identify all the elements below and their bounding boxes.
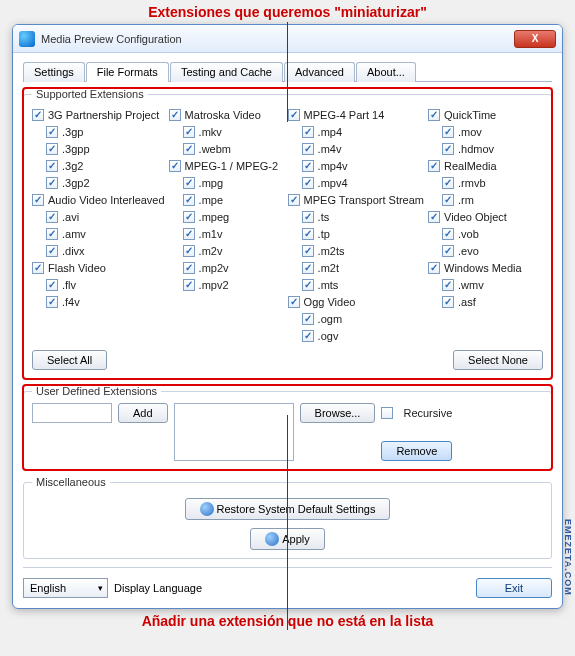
- ext-checkbox[interactable]: [288, 109, 300, 121]
- ext-checkbox[interactable]: [302, 330, 314, 342]
- ext-checkbox[interactable]: [169, 109, 181, 121]
- ext-checkbox[interactable]: [442, 245, 454, 257]
- ext-label: .m1v: [199, 228, 223, 240]
- ext-checkbox[interactable]: [183, 279, 195, 291]
- tab-about[interactable]: About...: [356, 62, 416, 82]
- ext-checkbox[interactable]: [183, 245, 195, 257]
- ext-checkbox[interactable]: [302, 211, 314, 223]
- watermark: EMEZETA.COM: [563, 519, 573, 596]
- ext-label: .mts: [318, 279, 339, 291]
- tab-settings[interactable]: Settings: [23, 62, 85, 82]
- ext-checkbox[interactable]: [46, 143, 58, 155]
- ext-checkbox[interactable]: [428, 160, 440, 172]
- ext-checkbox[interactable]: [302, 228, 314, 240]
- ext-checkbox[interactable]: [46, 126, 58, 138]
- ext-checkbox[interactable]: [442, 228, 454, 240]
- ext-checkbox[interactable]: [302, 313, 314, 325]
- ext-checkbox[interactable]: [288, 296, 300, 308]
- ext-label: MPEG Transport Stream: [304, 194, 424, 206]
- ext-checkbox[interactable]: [183, 143, 195, 155]
- ext-checkbox[interactable]: [183, 194, 195, 206]
- ext-checkbox[interactable]: [302, 279, 314, 291]
- ext-label: .3gpp: [62, 143, 90, 155]
- ext-checkbox[interactable]: [183, 262, 195, 274]
- annotation-line-top: [287, 22, 288, 122]
- ext-label: .m2t: [318, 262, 339, 274]
- ext-checkbox[interactable]: [46, 279, 58, 291]
- tab-testing-cache[interactable]: Testing and Cache: [170, 62, 283, 82]
- ext-checkbox[interactable]: [46, 211, 58, 223]
- ext-label: .mpeg: [199, 211, 230, 223]
- ext-checkbox[interactable]: [32, 109, 44, 121]
- ext-checkbox[interactable]: [183, 177, 195, 189]
- ext-label: Windows Media: [444, 262, 522, 274]
- ext-label: .mkv: [199, 126, 222, 138]
- ext-label: .rm: [458, 194, 474, 206]
- add-button[interactable]: Add: [118, 403, 168, 423]
- ext-checkbox[interactable]: [302, 126, 314, 138]
- ext-label: RealMedia: [444, 160, 497, 172]
- ext-label: .mov: [458, 126, 482, 138]
- ext-label: .mpv2: [199, 279, 229, 291]
- ext-checkbox[interactable]: [46, 296, 58, 308]
- ext-label: .m2ts: [318, 245, 345, 257]
- language-label: Display Language: [114, 582, 202, 594]
- extension-input[interactable]: [32, 403, 112, 423]
- recursive-checkbox[interactable]: [381, 407, 393, 419]
- extension-listbox[interactable]: [174, 403, 294, 461]
- ext-checkbox[interactable]: [169, 160, 181, 172]
- ext-checkbox[interactable]: [183, 211, 195, 223]
- ext-label: .ts: [318, 211, 330, 223]
- ext-checkbox[interactable]: [442, 177, 454, 189]
- ext-label: .evo: [458, 245, 479, 257]
- ext-checkbox[interactable]: [288, 194, 300, 206]
- ext-checkbox[interactable]: [46, 228, 58, 240]
- ext-checkbox[interactable]: [183, 126, 195, 138]
- window-title: Media Preview Configuration: [41, 33, 514, 45]
- ext-checkbox[interactable]: [32, 262, 44, 274]
- ext-checkbox[interactable]: [46, 160, 58, 172]
- ext-label: .f4v: [62, 296, 80, 308]
- select-none-button[interactable]: Select None: [453, 350, 543, 370]
- ext-checkbox[interactable]: [428, 109, 440, 121]
- ext-checkbox[interactable]: [428, 211, 440, 223]
- ext-label: .hdmov: [458, 143, 494, 155]
- ext-label: MPEG-1 / MPEG-2: [185, 160, 279, 172]
- ext-checkbox[interactable]: [442, 194, 454, 206]
- restore-icon: [200, 502, 214, 516]
- recursive-label: Recursive: [403, 407, 452, 419]
- tab-advanced[interactable]: Advanced: [284, 62, 355, 82]
- ext-label: Ogg Video: [304, 296, 356, 308]
- ext-label: .divx: [62, 245, 85, 257]
- ext-checkbox[interactable]: [302, 245, 314, 257]
- ext-checkbox[interactable]: [442, 279, 454, 291]
- select-all-button[interactable]: Select All: [32, 350, 107, 370]
- remove-button[interactable]: Remove: [381, 441, 452, 461]
- apply-icon: [265, 532, 279, 546]
- ext-checkbox[interactable]: [442, 126, 454, 138]
- close-button[interactable]: X: [514, 30, 556, 48]
- browse-button[interactable]: Browse...: [300, 403, 376, 423]
- exit-button[interactable]: Exit: [476, 578, 552, 598]
- tab-file-formats[interactable]: File Formats: [86, 62, 169, 82]
- ext-checkbox[interactable]: [302, 160, 314, 172]
- ext-label: .asf: [458, 296, 476, 308]
- ext-label: .amv: [62, 228, 86, 240]
- ext-checkbox[interactable]: [32, 194, 44, 206]
- ext-checkbox[interactable]: [302, 143, 314, 155]
- ext-label: .avi: [62, 211, 79, 223]
- ext-label: .3g2: [62, 160, 83, 172]
- supported-extensions-group: Supported Extensions 3G Partnership Proj…: [23, 88, 552, 379]
- ext-checkbox[interactable]: [46, 245, 58, 257]
- ext-checkbox[interactable]: [302, 177, 314, 189]
- ext-checkbox[interactable]: [442, 296, 454, 308]
- ext-checkbox[interactable]: [46, 177, 58, 189]
- ext-checkbox[interactable]: [442, 143, 454, 155]
- ext-checkbox[interactable]: [183, 228, 195, 240]
- ext-label: .webm: [199, 143, 231, 155]
- ext-label: MPEG-4 Part 14: [304, 109, 385, 121]
- ext-checkbox[interactable]: [302, 262, 314, 274]
- language-select[interactable]: English: [23, 578, 108, 598]
- supported-legend: Supported Extensions: [32, 88, 148, 100]
- ext-checkbox[interactable]: [428, 262, 440, 274]
